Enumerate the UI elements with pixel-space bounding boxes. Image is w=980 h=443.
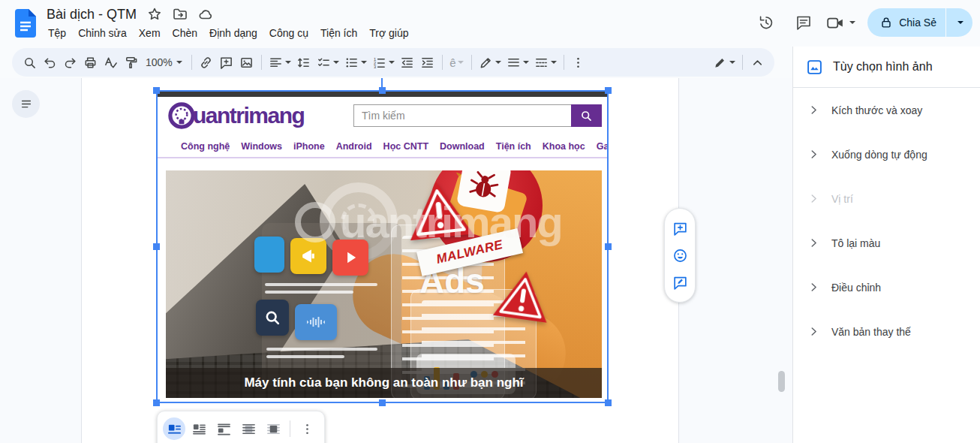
- site-logo-text: uantrimang: [193, 103, 304, 128]
- share-dropdown[interactable]: [946, 8, 972, 37]
- document-title[interactable]: Bài dịch - QTM: [47, 7, 137, 23]
- version-history-icon[interactable]: [751, 8, 781, 38]
- increase-indent-icon[interactable]: [418, 52, 437, 73]
- toolbar-separator: [191, 55, 192, 70]
- embedded-screenshot: uantrimang Công nghệ Windows iPhone Andr…: [158, 92, 607, 402]
- resize-handle-top-middle[interactable]: [379, 87, 386, 94]
- nav-link-congnghe[interactable]: Công nghệ: [181, 141, 230, 152]
- menu-view[interactable]: Xem: [133, 26, 167, 41]
- image-wrap-toolbar: [157, 411, 325, 443]
- numbered-list-icon[interactable]: 123: [370, 52, 397, 73]
- nav-link-tienich[interactable]: Tiện ích: [496, 141, 531, 152]
- checklist-icon[interactable]: [314, 52, 341, 73]
- bulleted-list-icon[interactable]: [342, 52, 369, 73]
- cloud-status-icon[interactable]: [198, 7, 213, 22]
- app-header: Bài dịch - QTM Tệp Chỉnh sửa Xem Chèn Đị…: [0, 0, 980, 47]
- add-comment-icon[interactable]: [671, 219, 689, 237]
- nav-link-hoccntt[interactable]: Học CNTT: [383, 141, 428, 152]
- zoom-select[interactable]: 100%: [141, 52, 187, 73]
- star-icon[interactable]: [147, 7, 162, 22]
- search-menus-icon[interactable]: [20, 52, 39, 73]
- toolbar-strip: 100% 123 ê: [0, 47, 792, 78]
- resize-handle-middle-left[interactable]: [153, 243, 160, 250]
- waveform-tile: [295, 304, 337, 340]
- site-search-button[interactable]: [571, 104, 602, 127]
- docs-logo-icon[interactable]: [15, 9, 36, 38]
- panel-title: Tùy chọn hình ảnh: [833, 60, 933, 74]
- menu-tools[interactable]: Công cụ: [263, 26, 314, 41]
- nav-link-download[interactable]: Download: [440, 141, 485, 152]
- in-front-of-text-button[interactable]: [262, 417, 284, 440]
- camera-caret-icon[interactable]: [849, 21, 855, 24]
- document-outline-icon[interactable]: [12, 90, 40, 118]
- resize-handle-top-right[interactable]: [605, 87, 612, 94]
- sidebar-item-size-rotation[interactable]: Kích thước và xoay: [793, 88, 980, 132]
- image-options-panel: Tùy chọn hình ảnh Kích thước và xoay Xuố…: [792, 47, 980, 443]
- article-photo: MALWARE Ads uantrimang Máy tính của bạn …: [166, 170, 602, 398]
- wrap-inline-button[interactable]: [163, 417, 185, 440]
- editing-mode-icon[interactable]: [711, 52, 738, 73]
- resize-handle-middle-right[interactable]: [605, 243, 612, 250]
- line-spacing-icon[interactable]: [294, 52, 314, 73]
- menu-help[interactable]: Trợ giúp: [363, 26, 414, 41]
- site-logo-icon: [167, 101, 196, 130]
- undo-icon[interactable]: [40, 52, 59, 73]
- nav-link-android[interactable]: Android: [336, 141, 372, 152]
- wrap-toolbar-separator: [290, 420, 290, 437]
- collapse-menus-icon[interactable]: [747, 52, 767, 73]
- suggest-edits-icon[interactable]: [671, 273, 689, 291]
- menu-insert[interactable]: Chèn: [167, 26, 203, 41]
- behind-text-button[interactable]: [237, 417, 260, 440]
- site-header: uantrimang: [158, 97, 607, 135]
- meet-camera-icon[interactable]: [826, 14, 855, 32]
- paint-format-icon[interactable]: [121, 52, 140, 73]
- wireframe-line: [266, 355, 344, 358]
- sidebar-item-position: Vị trí: [793, 176, 980, 221]
- align-icon[interactable]: [266, 52, 293, 73]
- resize-handle-bottom-middle[interactable]: [379, 399, 386, 406]
- border-color-icon[interactable]: [476, 52, 504, 73]
- share-button[interactable]: Chia Sẻ: [867, 8, 972, 37]
- nav-link-iphone[interactable]: iPhone: [293, 141, 325, 152]
- resize-handle-bottom-right[interactable]: [605, 399, 612, 406]
- selected-image[interactable]: uantrimang Công nghệ Windows iPhone Andr…: [156, 90, 609, 403]
- wrap-more-options-icon[interactable]: [296, 417, 318, 440]
- emoji-reaction-icon[interactable]: [671, 246, 689, 264]
- menu-format[interactable]: Định dạng: [203, 26, 263, 41]
- redo-icon[interactable]: [60, 52, 80, 73]
- resize-handle-bottom-left[interactable]: [153, 399, 160, 406]
- photo-caption: Máy tính của bạn không an toàn như bạn n…: [166, 368, 602, 398]
- decrease-indent-icon[interactable]: [398, 52, 417, 73]
- open-comments-icon[interactable]: [789, 8, 819, 38]
- site-search: [353, 104, 602, 127]
- insert-image-icon[interactable]: [237, 52, 257, 73]
- warning-triangle-icon: [489, 264, 557, 327]
- sidebar-item-adjustments[interactable]: Điều chỉnh: [793, 265, 980, 309]
- document-page[interactable]: uantrimang Công nghệ Windows iPhone Andr…: [81, 78, 679, 443]
- spellcheck-icon[interactable]: [101, 52, 120, 73]
- menu-file[interactable]: Tệp: [42, 26, 72, 41]
- nav-link-windows[interactable]: Windows: [241, 141, 282, 152]
- more-options-icon[interactable]: [569, 52, 588, 73]
- border-weight-icon[interactable]: [504, 52, 531, 73]
- vertical-scrollbar[interactable]: [778, 371, 785, 392]
- break-text-button[interactable]: [212, 417, 235, 440]
- wrap-text-button[interactable]: [188, 417, 210, 440]
- nav-link-khoahoc[interactable]: Khoa học: [543, 141, 585, 152]
- sidebar-item-text-wrapping[interactable]: Xuống dòng tự động: [793, 132, 980, 176]
- toolbar-separator: [742, 55, 743, 70]
- move-folder-icon[interactable]: [173, 7, 188, 22]
- nav-link-game[interactable]: Game: [597, 141, 607, 152]
- wireframe-line: [265, 283, 377, 286]
- resize-handle-top-left[interactable]: [153, 87, 160, 94]
- sidebar-item-alt-text[interactable]: Văn bản thay thế: [793, 309, 980, 354]
- add-comment-icon[interactable]: [217, 52, 236, 73]
- menu-bar: Tệp Chỉnh sửa Xem Chèn Định dạng Công cụ…: [42, 26, 415, 41]
- site-search-input[interactable]: [353, 104, 571, 127]
- menu-extensions[interactable]: Tiện ích: [314, 26, 363, 41]
- insert-link-icon[interactable]: [197, 52, 216, 73]
- border-dash-icon[interactable]: [532, 52, 559, 73]
- print-icon[interactable]: [80, 52, 100, 73]
- menu-edit[interactable]: Chỉnh sửa: [72, 26, 133, 41]
- sidebar-item-recolor[interactable]: Tô lại màu: [793, 221, 980, 265]
